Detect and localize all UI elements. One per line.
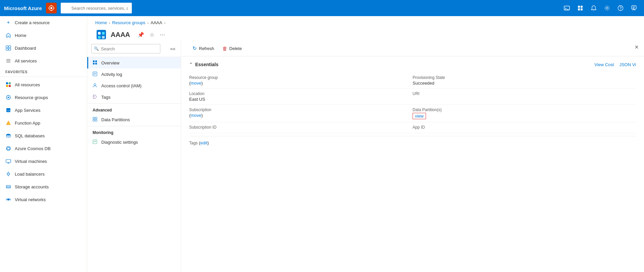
sidebar-item-create-resource[interactable]: + Create a resource [0,16,87,29]
refresh-icon: ↻ [193,45,197,51]
svg-rect-26 [6,82,8,84]
sidebar-item-all-resources[interactable]: All resources [0,78,87,91]
essentials-chevron[interactable]: ⌃ [189,62,193,67]
more-options-icon[interactable]: ⋯ [158,30,166,39]
directory-icon[interactable] [574,2,586,14]
sidebar-item-storage-accounts[interactable]: Storage accounts [0,180,87,193]
access-control-label: Access control (IAM) [101,83,142,88]
svg-rect-21 [6,48,8,50]
left-panel-search-input[interactable] [91,44,160,53]
svg-text:⚡: ⚡ [8,122,11,125]
resource-header: AAAA 📌 ☆ ⋯ [87,25,644,41]
cloud-shell-icon[interactable] [561,2,573,14]
all-services-label: All services [15,58,37,63]
sub-move-link[interactable]: move [191,113,201,118]
sidebar-item-resource-groups[interactable]: Resource groups [0,91,87,104]
view-cost-link[interactable]: View Cost [594,62,614,67]
plus-icon: + [5,19,11,26]
global-search-input[interactable] [61,3,132,13]
sidebar-item-sql-databases[interactable]: SQL databases [0,129,87,142]
svg-rect-22 [9,48,11,50]
settings-icon[interactable] [601,2,613,14]
rg-move-link[interactable]: move [191,81,201,86]
sidebar-item-virtual-networks[interactable]: Virtual networks [0,193,87,206]
sidebar-item-function-app[interactable]: ⚡ Function App [0,117,87,129]
pin-icon[interactable]: 📌 [136,30,146,39]
sub-label: Subscription [189,107,413,112]
panel-nav-activity-log[interactable]: Activity log [87,69,181,80]
svg-rect-27 [9,82,11,84]
sidebar-item-all-services[interactable]: All services [0,54,87,67]
close-button[interactable]: × [635,43,639,51]
svg-rect-58 [93,60,95,62]
sidebar-item-dashboard[interactable]: Dashboard [0,42,87,54]
home-label: Home [15,33,26,38]
topnav: Microsoft Azure 🔍 [0,0,644,16]
panel-nav-access-control[interactable]: Access control (IAM) [87,80,181,91]
svg-rect-20 [9,46,11,48]
breadcrumb-home[interactable]: Home [95,20,107,25]
right-content: × ↻ Refresh 🗑 Delete ⌃ [181,41,644,272]
svg-rect-16 [632,6,636,9]
json-view-link[interactable]: JSON Vi [619,62,636,67]
sidebar-item-app-services[interactable]: </> App Services [0,104,87,117]
panel-nav-data-partitions[interactable]: Data Partitions [87,114,181,125]
resource-header-actions: 📌 ☆ ⋯ [136,30,166,39]
sidebar-item-load-balancers[interactable]: Load balancers [0,168,87,180]
essentials-provisioning-state: Provisioning State Succeeded [413,73,636,89]
svg-text:</>: </> [7,109,11,112]
sidebar-item-cosmos-db[interactable]: Azure Cosmos DB [0,142,87,155]
content-toolbar: ↻ Refresh 🗑 Delete [181,41,644,56]
svg-rect-67 [93,117,95,119]
svg-rect-10 [578,8,580,10]
overview-icon [93,60,98,65]
essentials-tags-row: Tags (edit) [189,139,636,147]
dp-label: Data Partition(s) [413,107,636,112]
refresh-label: Refresh [199,46,214,51]
prov-label: Provisioning State [413,75,636,80]
refresh-button[interactable]: ↻ Refresh [189,43,218,53]
essentials-title-label: Essentials [195,62,218,67]
dp-view-link[interactable]: view [413,113,426,119]
svg-rect-60 [93,63,95,64]
breadcrumb-resource-groups[interactable]: Resource groups [112,20,145,25]
essentials-header: ⌃ Essentials View Cost JSON Vi [189,62,636,67]
resource-title: AAAA [111,31,130,39]
rg-label: Resource group [189,75,413,80]
all-resources-icon [5,82,11,88]
feedback-icon[interactable] [628,2,640,14]
svg-rect-8 [578,6,580,8]
svg-point-49 [6,199,7,200]
favorite-icon[interactable]: ☆ [148,30,156,39]
svg-point-14 [618,6,623,11]
panel-nav-overview[interactable]: Overview [87,57,181,69]
breadcrumb-sep-2: › [147,21,149,25]
panel-nav-tags[interactable]: Tags [87,91,181,103]
data-partitions-label: Data Partitions [101,117,130,122]
svg-point-13 [606,7,608,9]
breadcrumb-sep-1: › [109,21,110,25]
left-search-icon: 🔍 [94,46,99,51]
inner-layout: 🔍 «« Overview [87,41,644,272]
app-layout: + Create a resource Home Dashboard [0,16,644,272]
essentials-title: ⌃ Essentials [189,62,218,67]
tags-edit-link[interactable]: edit [200,140,207,145]
brand-label: Microsoft Azure [4,5,42,11]
resource-groups-icon [5,94,11,100]
app-services-label: App Services [15,108,41,113]
help-icon[interactable] [614,2,627,14]
notifications-icon[interactable] [588,2,600,14]
svg-rect-68 [95,117,97,119]
left-panel-collapse-btn[interactable]: «« [169,45,177,52]
location-label: Location [189,91,413,96]
panel-nav-diagnostic-settings[interactable]: Diagnostic settings [87,136,181,148]
svg-rect-45 [6,185,10,188]
delete-button[interactable]: 🗑 Delete [219,44,246,53]
sql-icon [5,133,11,139]
advanced-section-label: Advanced [87,104,181,114]
app-services-icon: </> [5,107,11,113]
sidebar-item-virtual-machines[interactable]: Virtual machines [0,155,87,168]
sidebar-item-home[interactable]: Home [0,29,87,42]
svg-rect-29 [9,85,11,87]
azure-menu-icon[interactable] [46,3,57,13]
